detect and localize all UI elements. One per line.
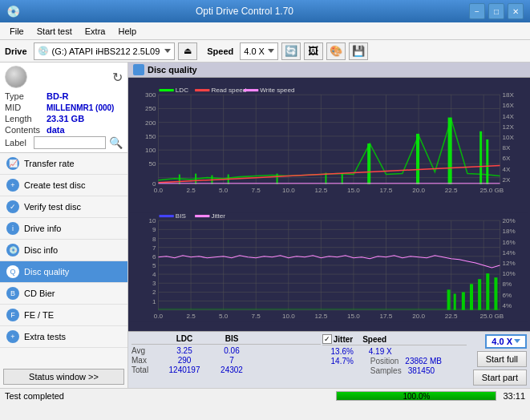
toolbar-btn-2[interactable]: 🖼: [304, 42, 323, 60]
svg-rect-60: [160, 89, 174, 91]
close-button[interactable]: ✕: [508, 3, 524, 19]
menu-help[interactable]: Help: [111, 25, 143, 38]
drive-info-label: Drive info: [24, 224, 61, 233]
charts-container: 300 250 200 150 100 50 0 18X 16X 14X 12X…: [128, 78, 530, 331]
disc-length-field: Length 23.31 GB: [5, 114, 123, 123]
jitter-checkbox[interactable]: ✓: [322, 334, 332, 344]
title-bar-title: Opti Drive Control 1.70: [196, 6, 293, 17]
sidebar-item-transfer-rate[interactable]: 📈 Transfer rate: [0, 153, 127, 175]
max-bis: 7: [212, 356, 252, 365]
svg-text:8: 8: [152, 236, 156, 243]
max-ldc: 290: [160, 356, 208, 365]
extra-tests-label: Extra tests: [24, 332, 66, 341]
eject-button[interactable]: ⏏: [178, 42, 197, 60]
toolbar-btn-3[interactable]: 🎨: [326, 42, 346, 60]
save-button[interactable]: 💾: [349, 42, 368, 60]
svg-text:LDC: LDC: [176, 87, 188, 94]
title-bar: 💿 Opti Drive Control 1.70 − □ ✕: [0, 0, 530, 22]
svg-text:4: 4: [152, 271, 156, 278]
disc-mid-value: MILLENMR1 (000): [47, 103, 114, 112]
avg-label: Avg: [131, 346, 157, 355]
svg-text:6X: 6X: [503, 155, 512, 162]
svg-text:200: 200: [145, 119, 156, 127]
svg-rect-49: [416, 134, 419, 184]
sidebar-item-verify-test-disc[interactable]: ✓ Verify test disc: [0, 196, 127, 218]
svg-rect-62: [195, 89, 209, 91]
menu-start-test[interactable]: Start test: [30, 25, 79, 38]
svg-rect-130: [195, 215, 209, 217]
fe-te-icon: F: [6, 309, 19, 321]
disc-label-input[interactable]: [34, 136, 106, 149]
jitter-col-header: Jitter: [334, 335, 353, 344]
create-test-disc-icon: +: [6, 179, 19, 192]
transfer-rate-icon: 📈: [6, 157, 19, 170]
sidebar-item-create-test-disc[interactable]: + Create test disc: [0, 175, 127, 196]
disc-type-value: BD-R: [47, 91, 69, 101]
ldc-chart: 300 250 200 150 100 50 0 18X 16X 14X 12X…: [130, 79, 528, 204]
start-part-button[interactable]: Start part: [473, 370, 527, 386]
svg-text:10.0: 10.0: [282, 313, 295, 320]
verify-test-disc-icon: ✓: [6, 200, 19, 213]
svg-text:3: 3: [152, 280, 156, 287]
samples-label: Samples: [370, 366, 402, 375]
sidebar-item-cd-bier[interactable]: B CD Bier: [0, 283, 127, 305]
title-bar-icon: 💿: [6, 5, 20, 18]
verify-test-disc-label: Verify test disc: [24, 202, 81, 212]
stats-columns: LDC BIS Avg 3.25 0.06 Max 290 7 Total: [128, 332, 470, 388]
svg-text:7: 7: [152, 244, 156, 252]
disc-type-label: Type: [5, 91, 47, 101]
minimize-button[interactable]: −: [469, 3, 485, 19]
maximize-button[interactable]: □: [488, 3, 504, 19]
svg-rect-53: [179, 175, 180, 184]
svg-text:10X: 10X: [503, 134, 515, 141]
svg-text:17.5: 17.5: [380, 187, 393, 194]
svg-text:5: 5: [152, 262, 156, 269]
speed-select-dropdown[interactable]: 4.0 X: [485, 334, 527, 349]
svg-text:7.5: 7.5: [252, 313, 261, 320]
svg-text:100: 100: [145, 147, 156, 154]
avg-bis: 0.06: [212, 346, 252, 355]
sidebar-item-disc-quality[interactable]: Q Disc quality: [0, 261, 127, 283]
speed-dropdown-arrow-2: [514, 339, 520, 346]
svg-text:10.0: 10.0: [282, 187, 295, 194]
svg-text:15.0: 15.0: [347, 313, 360, 320]
speed-label: Speed: [207, 46, 233, 56]
svg-rect-123: [462, 292, 465, 309]
start-full-button[interactable]: Start full: [477, 351, 527, 367]
status-bar: Test completed 100.0% 33:11: [0, 388, 530, 402]
disc-contents-label: Contents: [5, 125, 47, 135]
title-bar-controls: − □ ✕: [469, 3, 524, 19]
menu-file[interactable]: File: [3, 25, 30, 38]
svg-text:25.0 GB: 25.0 GB: [479, 187, 504, 194]
speed-select[interactable]: 4.0 X: [240, 42, 278, 60]
sidebar-item-drive-info[interactable]: i Drive info: [0, 218, 127, 240]
avg-speed: 4.19 X: [369, 347, 392, 356]
disc-length-value: 23.31 GB: [47, 114, 84, 123]
sidebar-item-fe-te[interactable]: F FE / TE: [0, 305, 127, 326]
svg-text:0.0: 0.0: [154, 187, 164, 194]
refresh-button[interactable]: 🔄: [281, 42, 301, 60]
menu-extra[interactable]: Extra: [79, 25, 112, 38]
disc-quality-header: Disc quality: [128, 63, 530, 78]
drive-select[interactable]: 💿 (G:) ATAPI iHBS212 2.5L09: [34, 42, 176, 60]
drive-toolbar: Drive 💿 (G:) ATAPI iHBS212 2.5L09 ⏏ Spee…: [0, 40, 530, 63]
disc-mid-field: MID MILLENMR1 (000): [5, 103, 123, 112]
svg-text:Write speed: Write speed: [260, 87, 294, 94]
svg-rect-125: [478, 279, 481, 310]
cd-bier-icon: B: [6, 287, 19, 300]
label-search-icon[interactable]: 🔍: [109, 136, 123, 149]
extra-tests-icon: +: [6, 330, 19, 343]
jitter-speed-panel: ✓ Jitter Speed 13.6% 4.19 X 14.7% Positi…: [322, 334, 467, 386]
speed-select-value: 4.0 X: [492, 337, 512, 346]
drive-value: (G:) ATAPI iHBS212 2.5L09: [52, 46, 160, 56]
svg-rect-122: [454, 293, 456, 309]
svg-text:4X: 4X: [503, 166, 512, 173]
bis-header: BIS: [212, 334, 252, 343]
status-window-button[interactable]: Status window >>: [3, 369, 124, 385]
svg-rect-59: [342, 174, 343, 184]
svg-rect-54: [195, 174, 196, 184]
sidebar-item-disc-info[interactable]: 💿 Disc info: [0, 240, 127, 261]
disc-refresh-icon[interactable]: ↻: [112, 70, 123, 85]
sidebar-item-extra-tests[interactable]: + Extra tests: [0, 326, 127, 348]
svg-text:Jitter: Jitter: [211, 212, 225, 220]
